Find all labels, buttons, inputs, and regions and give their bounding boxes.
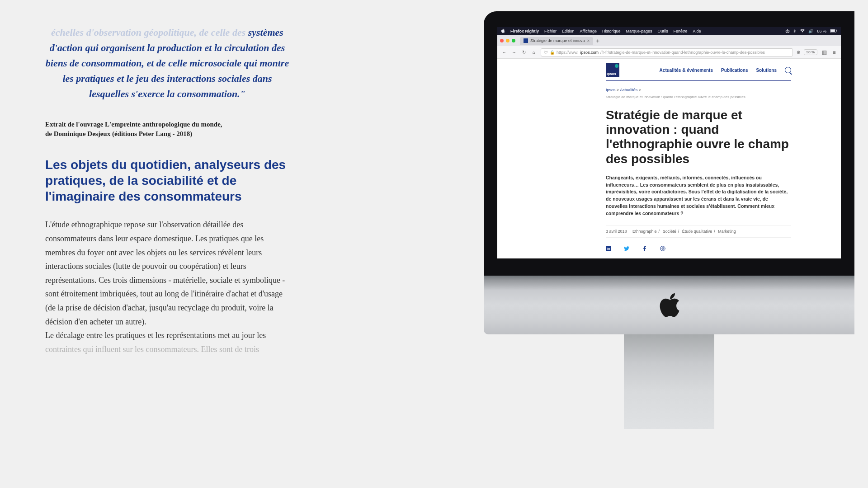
window-controls <box>500 39 515 42</box>
menu-historique[interactable]: Historique <box>602 29 621 33</box>
source-extract: Extrait de l'ouvrage L'empreinte anthrop… <box>45 120 289 139</box>
facebook-share-icon[interactable] <box>642 245 647 253</box>
left-article-column: échelles d'observation géopolitique, de … <box>45 25 289 356</box>
article-lede: Changeants, exigeants, méfiants, informé… <box>606 174 791 217</box>
twitter-share-icon[interactable] <box>624 245 629 253</box>
tab-close-icon[interactable]: × <box>587 38 590 43</box>
tag-societe[interactable]: Société <box>663 229 676 234</box>
reload-button[interactable]: ↻ <box>521 50 527 55</box>
ipsos-logo[interactable]: Ipsos <box>606 63 619 77</box>
svg-rect-2 <box>836 30 837 31</box>
menu-outils[interactable]: Outils <box>658 29 668 33</box>
new-tab-button[interactable]: + <box>596 38 599 44</box>
extract-line2: de Dominique Desjeux (éditions Peter Lan… <box>45 129 289 139</box>
site-header: Ipsos Actualités & événements Publicatio… <box>606 63 791 81</box>
search-icon[interactable] <box>785 67 791 73</box>
body-paragraph-1: L'étude ethnographique repose sur l'obse… <box>45 218 289 328</box>
pull-quote: échelles d'observation géopolitique, de … <box>45 25 289 102</box>
breadcrumb-sep2: > <box>639 88 641 92</box>
tag-etude[interactable]: Étude qualitative <box>682 229 712 234</box>
url-domain: ipsos.com <box>580 50 599 55</box>
menu-fenetre[interactable]: Fenêtre <box>674 29 688 33</box>
article-title: Stratégie de marque et innovation : quan… <box>606 108 791 166</box>
battery-percent: 86 % <box>817 29 826 33</box>
maximize-window-button[interactable] <box>512 39 515 42</box>
bluetooth-icon: ✳ <box>793 29 797 33</box>
menu-app-name[interactable]: Firefox Nightly <box>510 29 539 33</box>
tab-bar: Stratégie de marque et innova × + <box>497 35 841 46</box>
back-button[interactable]: ← <box>501 50 507 55</box>
apple-logo-icon <box>658 292 680 318</box>
body-paragraph-fade: contraintes qui influent sur les consomm… <box>45 343 289 357</box>
logo-text: Ipsos <box>607 72 616 76</box>
browser-tab[interactable]: Stratégie de marque et innova × <box>520 37 593 45</box>
main-nav: Actualités & événements Publications Sol… <box>660 67 791 73</box>
email-share-icon[interactable]: @ <box>660 245 665 253</box>
svg-text:@: @ <box>661 247 665 250</box>
url-path: /fr-fr/strategie-de-marque-et-innovation… <box>600 50 765 55</box>
zoom-badge[interactable]: 90 % <box>804 49 817 55</box>
menu-fichier[interactable]: Fichier <box>544 29 557 33</box>
address-bar-row: ← → ↻ ⌂ 🛡 🔒 https://www.ipsos.com/fr-fr/… <box>497 46 841 59</box>
breadcrumb-sep: > <box>617 88 619 92</box>
menubar-status: ⏻ ✳ 🔊 86 % <box>785 29 837 33</box>
nav-solutions[interactable]: Solutions <box>756 68 777 73</box>
article-date: 3 avril 2018 <box>606 229 627 234</box>
breadcrumb-current: Stratégie de marque et innovation : quan… <box>606 95 791 99</box>
tag-marketing[interactable]: Marketing <box>718 229 736 234</box>
imac-chin <box>484 276 854 334</box>
forward-button[interactable]: → <box>511 50 517 55</box>
extract-line1: Extrait de l'ouvrage L'empreinte anthrop… <box>45 120 289 129</box>
url-prefix: https://www. <box>557 50 579 55</box>
macos-menubar: Firefox Nightly Fichier Édition Affichag… <box>497 27 841 35</box>
svg-text:in: in <box>607 247 610 251</box>
svg-rect-1 <box>830 29 835 32</box>
tab-favicon-icon <box>524 38 528 43</box>
imac-screen: Firefox Nightly Fichier Édition Affichag… <box>484 11 854 276</box>
home-button[interactable]: ⌂ <box>531 50 537 55</box>
battery-icon <box>830 29 837 33</box>
close-window-button[interactable] <box>500 39 504 42</box>
linkedin-share-icon[interactable]: in <box>606 245 611 253</box>
shield-icon: 🛡 <box>544 50 548 55</box>
nav-actualites[interactable]: Actualités & événements <box>660 68 713 73</box>
imac-mockup: Firefox Nightly Fichier Édition Affichag… <box>416 11 868 429</box>
menu-aide[interactable]: Aide <box>693 29 701 33</box>
minimize-window-button[interactable] <box>506 39 509 42</box>
article-meta: 3 avril 2018 Ethnographie/ Société/ Étud… <box>606 225 791 238</box>
tag-ethnographie[interactable]: Ethnographie <box>632 229 657 234</box>
breadcrumb: Ipsos > Actualités > <box>606 88 791 92</box>
volume-icon: 🔊 <box>808 29 813 33</box>
logo-accent-icon <box>615 64 618 68</box>
apple-menu-icon[interactable] <box>501 28 505 34</box>
nav-publications[interactable]: Publications <box>721 68 748 73</box>
page-content: Ipsos Actualités & événements Publicatio… <box>497 59 841 258</box>
browser-window: Stratégie de marque et innova × + ← → ↻ … <box>497 35 841 258</box>
breadcrumb-section[interactable]: Actualités <box>620 88 637 92</box>
menu-affichage[interactable]: Affichage <box>580 29 597 33</box>
tab-title: Stratégie de marque et innova <box>530 38 585 43</box>
power-icon: ⏻ <box>785 29 789 33</box>
menu-marque-pages[interactable]: Marque-pages <box>626 29 652 33</box>
wifi-icon <box>800 29 805 33</box>
imac-stand <box>624 334 714 429</box>
library-icon[interactable]: ▥ <box>821 49 827 56</box>
body-paragraph-2: Le décalage entre les pratiques et les r… <box>45 328 289 343</box>
url-input[interactable]: 🛡 🔒 https://www.ipsos.com/fr-fr/strategi… <box>541 48 793 56</box>
hamburger-menu-icon[interactable]: ≡ <box>831 49 837 56</box>
lock-icon: 🔒 <box>550 50 555 55</box>
share-row: in @ <box>606 245 791 253</box>
breadcrumb-root[interactable]: Ipsos <box>606 88 616 92</box>
menu-edition[interactable]: Édition <box>562 29 575 33</box>
quote-line-faded: échelles d'observation géopolitique, de … <box>51 27 245 38</box>
section-title: Les objets du quotidien, analyseurs des … <box>45 157 289 204</box>
bookmark-icon[interactable]: ⊕ <box>797 50 800 55</box>
